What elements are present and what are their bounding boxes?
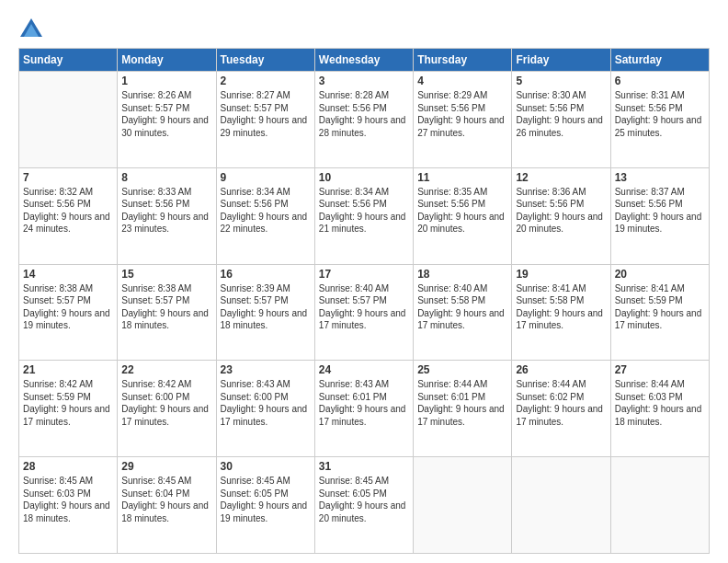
day-info: Sunrise: 8:30 AMSunset: 5:56 PMDaylight:… xyxy=(516,89,606,139)
week-row-3: 14Sunrise: 8:38 AMSunset: 5:57 PMDayligh… xyxy=(19,264,710,361)
day-number: 1 xyxy=(121,75,211,87)
day-info: Sunrise: 8:34 AMSunset: 5:56 PMDaylight:… xyxy=(221,186,311,236)
weekday-header-saturday: Saturday xyxy=(610,49,709,72)
day-number: 12 xyxy=(516,171,606,184)
day-number: 11 xyxy=(417,171,507,184)
day-number: 23 xyxy=(221,363,311,376)
logo-icon xyxy=(18,15,44,40)
day-cell xyxy=(414,457,512,554)
weekday-header-wednesday: Wednesday xyxy=(314,49,413,72)
day-cell: 20Sunrise: 8:41 AMSunset: 5:59 PMDayligh… xyxy=(610,264,709,361)
week-row-4: 21Sunrise: 8:42 AMSunset: 5:59 PMDayligh… xyxy=(19,361,710,457)
day-cell: 27Sunrise: 8:44 AMSunset: 6:03 PMDayligh… xyxy=(610,361,709,457)
day-cell: 4Sunrise: 8:29 AMSunset: 5:56 PMDaylight… xyxy=(414,72,512,168)
day-number: 30 xyxy=(221,460,311,473)
day-info: Sunrise: 8:45 AMSunset: 6:05 PMDaylight:… xyxy=(221,475,311,524)
calendar: SundayMondayTuesdayWednesdayThursdayFrid… xyxy=(18,48,710,554)
day-number: 29 xyxy=(121,460,211,473)
day-number: 16 xyxy=(221,268,311,281)
day-cell xyxy=(610,457,709,554)
day-info: Sunrise: 8:45 AMSunset: 6:03 PMDaylight:… xyxy=(23,475,113,524)
day-number: 19 xyxy=(516,268,606,281)
day-cell: 17Sunrise: 8:40 AMSunset: 5:57 PMDayligh… xyxy=(314,264,413,361)
day-number: 27 xyxy=(615,363,705,376)
day-cell: 1Sunrise: 8:26 AMSunset: 5:57 PMDaylight… xyxy=(118,72,216,168)
day-number: 26 xyxy=(516,363,606,376)
day-number: 31 xyxy=(319,460,409,473)
weekday-header-row: SundayMondayTuesdayWednesdayThursdayFrid… xyxy=(19,49,710,72)
day-number: 13 xyxy=(615,171,705,184)
day-info: Sunrise: 8:40 AMSunset: 5:58 PMDaylight:… xyxy=(417,282,507,332)
day-number: 10 xyxy=(319,171,409,184)
day-info: Sunrise: 8:44 AMSunset: 6:02 PMDaylight:… xyxy=(516,378,606,428)
logo xyxy=(18,15,46,40)
day-cell: 21Sunrise: 8:42 AMSunset: 5:59 PMDayligh… xyxy=(19,361,118,457)
day-info: Sunrise: 8:44 AMSunset: 6:01 PMDaylight:… xyxy=(417,378,507,428)
day-info: Sunrise: 8:32 AMSunset: 5:56 PMDaylight:… xyxy=(23,186,113,236)
day-info: Sunrise: 8:35 AMSunset: 5:56 PMDaylight:… xyxy=(417,186,507,236)
day-number: 5 xyxy=(516,75,606,87)
day-info: Sunrise: 8:43 AMSunset: 6:01 PMDaylight:… xyxy=(319,378,409,428)
day-cell: 14Sunrise: 8:38 AMSunset: 5:57 PMDayligh… xyxy=(19,264,118,361)
day-cell: 19Sunrise: 8:41 AMSunset: 5:58 PMDayligh… xyxy=(512,264,610,361)
day-info: Sunrise: 8:38 AMSunset: 5:57 PMDaylight:… xyxy=(23,282,113,332)
day-info: Sunrise: 8:42 AMSunset: 6:00 PMDaylight:… xyxy=(121,378,211,428)
day-info: Sunrise: 8:44 AMSunset: 6:03 PMDaylight:… xyxy=(615,378,705,428)
weekday-header-friday: Friday xyxy=(512,49,610,72)
day-cell: 2Sunrise: 8:27 AMSunset: 5:57 PMDaylight… xyxy=(216,72,314,168)
day-number: 21 xyxy=(23,363,113,376)
week-row-1: 1Sunrise: 8:26 AMSunset: 5:57 PMDaylight… xyxy=(19,72,710,168)
day-info: Sunrise: 8:31 AMSunset: 5:56 PMDaylight:… xyxy=(615,89,705,139)
day-number: 7 xyxy=(23,171,113,184)
day-cell: 26Sunrise: 8:44 AMSunset: 6:02 PMDayligh… xyxy=(512,361,610,457)
day-cell: 3Sunrise: 8:28 AMSunset: 5:56 PMDaylight… xyxy=(314,72,413,168)
day-number: 15 xyxy=(121,268,211,281)
day-number: 14 xyxy=(23,268,113,281)
header xyxy=(18,15,710,40)
day-info: Sunrise: 8:26 AMSunset: 5:57 PMDaylight:… xyxy=(121,89,211,139)
day-cell: 11Sunrise: 8:35 AMSunset: 5:56 PMDayligh… xyxy=(414,167,512,264)
day-info: Sunrise: 8:41 AMSunset: 5:59 PMDaylight:… xyxy=(615,282,705,332)
weekday-header-monday: Monday xyxy=(118,49,216,72)
day-number: 17 xyxy=(319,268,409,281)
day-number: 18 xyxy=(417,268,507,281)
day-cell: 24Sunrise: 8:43 AMSunset: 6:01 PMDayligh… xyxy=(314,361,413,457)
day-info: Sunrise: 8:27 AMSunset: 5:57 PMDaylight:… xyxy=(221,89,311,139)
day-info: Sunrise: 8:43 AMSunset: 6:00 PMDaylight:… xyxy=(221,378,311,428)
day-cell: 30Sunrise: 8:45 AMSunset: 6:05 PMDayligh… xyxy=(216,457,314,554)
week-row-2: 7Sunrise: 8:32 AMSunset: 5:56 PMDaylight… xyxy=(19,167,710,264)
day-cell: 9Sunrise: 8:34 AMSunset: 5:56 PMDaylight… xyxy=(216,167,314,264)
day-cell: 25Sunrise: 8:44 AMSunset: 6:01 PMDayligh… xyxy=(414,361,512,457)
day-info: Sunrise: 8:39 AMSunset: 5:57 PMDaylight:… xyxy=(221,282,311,332)
day-number: 6 xyxy=(615,75,705,87)
day-cell: 23Sunrise: 8:43 AMSunset: 6:00 PMDayligh… xyxy=(216,361,314,457)
day-number: 8 xyxy=(121,171,211,184)
day-info: Sunrise: 8:36 AMSunset: 5:56 PMDaylight:… xyxy=(516,186,606,236)
day-info: Sunrise: 8:28 AMSunset: 5:56 PMDaylight:… xyxy=(319,89,409,139)
day-cell: 10Sunrise: 8:34 AMSunset: 5:56 PMDayligh… xyxy=(314,167,413,264)
weekday-header-sunday: Sunday xyxy=(19,49,118,72)
day-cell: 31Sunrise: 8:45 AMSunset: 6:05 PMDayligh… xyxy=(314,457,413,554)
day-info: Sunrise: 8:37 AMSunset: 5:56 PMDaylight:… xyxy=(615,186,705,236)
day-info: Sunrise: 8:45 AMSunset: 6:04 PMDaylight:… xyxy=(121,475,211,524)
day-info: Sunrise: 8:34 AMSunset: 5:56 PMDaylight:… xyxy=(319,186,409,236)
day-info: Sunrise: 8:40 AMSunset: 5:57 PMDaylight:… xyxy=(319,282,409,332)
day-info: Sunrise: 8:45 AMSunset: 6:05 PMDaylight:… xyxy=(319,475,409,524)
day-number: 24 xyxy=(319,363,409,376)
weekday-header-thursday: Thursday xyxy=(414,49,512,72)
day-info: Sunrise: 8:41 AMSunset: 5:58 PMDaylight:… xyxy=(516,282,606,332)
day-cell: 18Sunrise: 8:40 AMSunset: 5:58 PMDayligh… xyxy=(414,264,512,361)
day-number: 25 xyxy=(417,363,507,376)
day-cell: 8Sunrise: 8:33 AMSunset: 5:56 PMDaylight… xyxy=(118,167,216,264)
day-info: Sunrise: 8:42 AMSunset: 5:59 PMDaylight:… xyxy=(23,378,113,428)
day-cell: 22Sunrise: 8:42 AMSunset: 6:00 PMDayligh… xyxy=(118,361,216,457)
day-cell xyxy=(19,72,118,168)
weekday-header-tuesday: Tuesday xyxy=(216,49,314,72)
day-cell: 6Sunrise: 8:31 AMSunset: 5:56 PMDaylight… xyxy=(610,72,709,168)
day-cell: 7Sunrise: 8:32 AMSunset: 5:56 PMDaylight… xyxy=(19,167,118,264)
day-cell: 13Sunrise: 8:37 AMSunset: 5:56 PMDayligh… xyxy=(610,167,709,264)
day-cell: 15Sunrise: 8:38 AMSunset: 5:57 PMDayligh… xyxy=(118,264,216,361)
day-number: 22 xyxy=(121,363,211,376)
day-number: 4 xyxy=(417,75,507,87)
day-number: 20 xyxy=(615,268,705,281)
